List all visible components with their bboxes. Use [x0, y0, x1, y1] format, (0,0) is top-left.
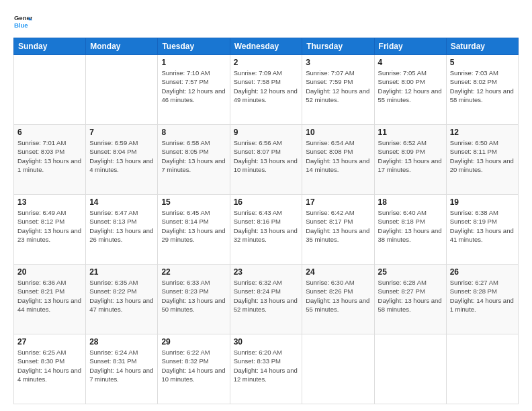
- svg-text:Blue: Blue: [14, 21, 28, 29]
- calendar-cell: 3Sunrise: 7:07 AMSunset: 7:59 PMDaylight…: [302, 55, 374, 125]
- day-info: Sunrise: 6:35 AMSunset: 8:22 PMDaylight:…: [89, 278, 154, 314]
- day-info: Sunrise: 6:50 AMSunset: 8:11 PMDaylight:…: [450, 138, 515, 174]
- calendar-cell: [446, 334, 518, 404]
- day-info: Sunrise: 6:33 AMSunset: 8:23 PMDaylight:…: [161, 278, 226, 314]
- day-number: 18: [378, 197, 443, 207]
- calendar-cell: [14, 55, 86, 125]
- day-number: 8: [161, 128, 226, 137]
- day-number: 28: [89, 337, 154, 347]
- day-number: 7: [89, 128, 154, 137]
- day-info: Sunrise: 6:28 AMSunset: 8:27 PMDaylight:…: [378, 278, 443, 314]
- day-info: Sunrise: 7:05 AMSunset: 8:00 PMDaylight:…: [378, 68, 443, 104]
- calendar-week-3: 13Sunrise: 6:49 AMSunset: 8:12 PMDayligh…: [14, 195, 519, 265]
- calendar-cell: 6Sunrise: 7:01 AMSunset: 8:03 PMDaylight…: [14, 125, 86, 195]
- day-number: 6: [17, 128, 82, 137]
- calendar-cell: 7Sunrise: 6:59 AMSunset: 8:04 PMDaylight…: [86, 125, 158, 195]
- logo: General Blue: [13, 12, 36, 31]
- day-number: 26: [450, 267, 515, 277]
- calendar-cell: 16Sunrise: 6:43 AMSunset: 8:16 PMDayligh…: [230, 195, 302, 265]
- day-info: Sunrise: 6:59 AMSunset: 8:04 PMDaylight:…: [89, 138, 154, 174]
- day-info: Sunrise: 6:42 AMSunset: 8:17 PMDaylight:…: [306, 208, 370, 244]
- day-info: Sunrise: 6:43 AMSunset: 8:16 PMDaylight:…: [234, 208, 299, 244]
- calendar-cell: 24Sunrise: 6:30 AMSunset: 8:26 PMDayligh…: [302, 265, 374, 334]
- day-info: Sunrise: 6:36 AMSunset: 8:21 PMDaylight:…: [17, 278, 82, 314]
- calendar-cell: 17Sunrise: 6:42 AMSunset: 8:17 PMDayligh…: [302, 195, 374, 265]
- calendar-cell: [302, 334, 374, 404]
- calendar-cell: 27Sunrise: 6:25 AMSunset: 8:30 PMDayligh…: [14, 334, 86, 404]
- weekday-header-monday: Monday: [86, 38, 158, 55]
- day-number: 11: [378, 128, 443, 137]
- calendar-cell: 1Sunrise: 7:10 AMSunset: 7:57 PMDaylight…: [158, 55, 230, 125]
- calendar-cell: 22Sunrise: 6:33 AMSunset: 8:23 PMDayligh…: [158, 265, 230, 334]
- weekday-header-tuesday: Tuesday: [158, 38, 230, 55]
- day-number: 19: [450, 197, 515, 207]
- day-number: 24: [306, 267, 370, 277]
- day-info: Sunrise: 6:27 AMSunset: 8:28 PMDaylight:…: [450, 278, 515, 314]
- calendar-cell: 28Sunrise: 6:24 AMSunset: 8:31 PMDayligh…: [86, 334, 158, 404]
- day-info: Sunrise: 7:03 AMSunset: 8:02 PMDaylight:…: [450, 68, 515, 104]
- calendar-cell: 30Sunrise: 6:20 AMSunset: 8:33 PMDayligh…: [230, 334, 302, 404]
- calendar-cell: 29Sunrise: 6:22 AMSunset: 8:32 PMDayligh…: [158, 334, 230, 404]
- calendar-cell: 18Sunrise: 6:40 AMSunset: 8:18 PMDayligh…: [374, 195, 446, 265]
- calendar-cell: [86, 55, 158, 125]
- day-info: Sunrise: 6:30 AMSunset: 8:26 PMDaylight:…: [306, 278, 370, 314]
- calendar-cell: 4Sunrise: 7:05 AMSunset: 8:00 PMDaylight…: [374, 55, 446, 125]
- day-info: Sunrise: 6:52 AMSunset: 8:09 PMDaylight:…: [378, 138, 443, 174]
- day-number: 5: [450, 58, 515, 67]
- day-number: 27: [17, 337, 82, 347]
- day-info: Sunrise: 7:07 AMSunset: 7:59 PMDaylight:…: [306, 68, 370, 104]
- day-number: 30: [234, 337, 299, 347]
- day-info: Sunrise: 6:25 AMSunset: 8:30 PMDaylight:…: [17, 348, 82, 383]
- day-number: 4: [378, 58, 443, 67]
- day-info: Sunrise: 6:20 AMSunset: 8:33 PMDaylight:…: [234, 348, 299, 383]
- day-info: Sunrise: 6:22 AMSunset: 8:32 PMDaylight:…: [161, 348, 226, 383]
- day-info: Sunrise: 6:49 AMSunset: 8:12 PMDaylight:…: [17, 208, 82, 244]
- calendar-cell: 15Sunrise: 6:45 AMSunset: 8:14 PMDayligh…: [158, 195, 230, 265]
- day-number: 22: [161, 267, 226, 277]
- calendar-cell: 23Sunrise: 6:32 AMSunset: 8:24 PMDayligh…: [230, 265, 302, 334]
- day-number: 29: [161, 337, 226, 347]
- day-info: Sunrise: 6:56 AMSunset: 8:07 PMDaylight:…: [234, 138, 299, 174]
- calendar-week-5: 27Sunrise: 6:25 AMSunset: 8:30 PMDayligh…: [14, 334, 519, 404]
- calendar-cell: [374, 334, 446, 404]
- day-info: Sunrise: 7:01 AMSunset: 8:03 PMDaylight:…: [17, 138, 82, 174]
- day-info: Sunrise: 6:32 AMSunset: 8:24 PMDaylight:…: [234, 278, 299, 314]
- day-info: Sunrise: 6:24 AMSunset: 8:31 PMDaylight:…: [89, 348, 154, 383]
- day-info: Sunrise: 6:40 AMSunset: 8:18 PMDaylight:…: [378, 208, 443, 244]
- day-number: 21: [89, 267, 154, 277]
- calendar-cell: 8Sunrise: 6:58 AMSunset: 8:05 PMDaylight…: [158, 125, 230, 195]
- day-number: 25: [378, 267, 443, 277]
- weekday-header-sunday: Sunday: [14, 38, 86, 55]
- day-number: 23: [234, 267, 299, 277]
- weekday-header-saturday: Saturday: [446, 38, 518, 55]
- day-info: Sunrise: 6:47 AMSunset: 8:13 PMDaylight:…: [89, 208, 154, 244]
- day-number: 10: [306, 128, 370, 137]
- logo-icon: General Blue: [13, 12, 32, 31]
- day-number: 13: [17, 197, 82, 207]
- day-number: 1: [161, 58, 226, 67]
- calendar-cell: 14Sunrise: 6:47 AMSunset: 8:13 PMDayligh…: [86, 195, 158, 265]
- calendar-cell: 20Sunrise: 6:36 AMSunset: 8:21 PMDayligh…: [14, 265, 86, 334]
- day-number: 16: [234, 197, 299, 207]
- weekday-header-friday: Friday: [374, 38, 446, 55]
- calendar-cell: 12Sunrise: 6:50 AMSunset: 8:11 PMDayligh…: [446, 125, 518, 195]
- day-number: 2: [234, 58, 299, 67]
- calendar-cell: 9Sunrise: 6:56 AMSunset: 8:07 PMDaylight…: [230, 125, 302, 195]
- calendar-cell: 2Sunrise: 7:09 AMSunset: 7:58 PMDaylight…: [230, 55, 302, 125]
- day-info: Sunrise: 6:45 AMSunset: 8:14 PMDaylight:…: [161, 208, 226, 244]
- calendar-week-2: 6Sunrise: 7:01 AMSunset: 8:03 PMDaylight…: [14, 125, 519, 195]
- calendar-cell: 19Sunrise: 6:38 AMSunset: 8:19 PMDayligh…: [446, 195, 518, 265]
- calendar-table: SundayMondayTuesdayWednesdayThursdayFrid…: [13, 38, 519, 404]
- weekday-header-thursday: Thursday: [302, 38, 374, 55]
- day-info: Sunrise: 6:38 AMSunset: 8:19 PMDaylight:…: [450, 208, 515, 244]
- day-number: 9: [234, 128, 299, 137]
- day-number: 12: [450, 128, 515, 137]
- day-info: Sunrise: 6:54 AMSunset: 8:08 PMDaylight:…: [306, 138, 370, 174]
- calendar-cell: 21Sunrise: 6:35 AMSunset: 8:22 PMDayligh…: [86, 265, 158, 334]
- day-info: Sunrise: 6:58 AMSunset: 8:05 PMDaylight:…: [161, 138, 226, 174]
- weekday-header-row: SundayMondayTuesdayWednesdayThursdayFrid…: [14, 38, 519, 55]
- day-number: 20: [17, 267, 82, 277]
- calendar-cell: 26Sunrise: 6:27 AMSunset: 8:28 PMDayligh…: [446, 265, 518, 334]
- day-info: Sunrise: 7:10 AMSunset: 7:57 PMDaylight:…: [161, 68, 226, 104]
- weekday-header-wednesday: Wednesday: [230, 38, 302, 55]
